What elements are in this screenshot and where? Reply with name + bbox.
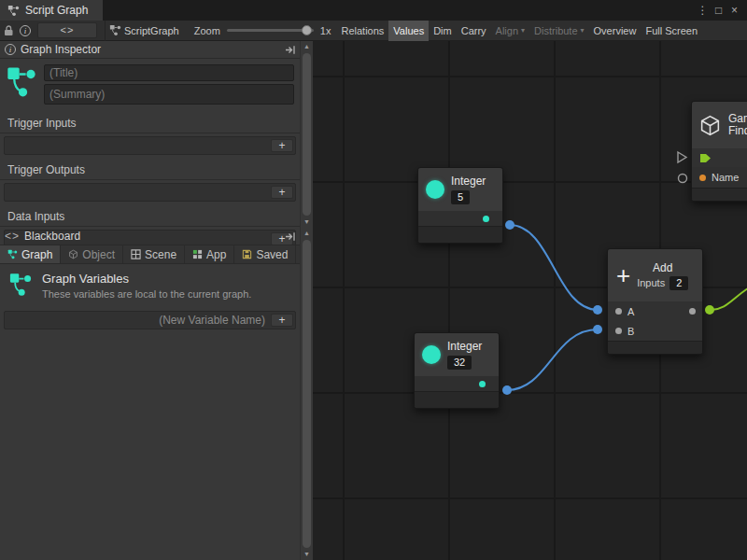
integer-value-field[interactable]: 32	[447, 356, 472, 370]
scroll-up-icon[interactable]: ▲	[301, 228, 313, 239]
fullscreen-button[interactable]: Full Screen	[641, 21, 702, 41]
dock-panel-button[interactable]	[285, 45, 296, 55]
new-variable-input[interactable]	[5, 312, 271, 329]
tab-graph[interactable]: Graph	[0, 245, 61, 263]
graph-variables-icon	[7, 272, 34, 298]
wire-endpoint-integer5-out[interactable]	[505, 220, 514, 230]
dock-panel-button[interactable]	[285, 231, 296, 242]
graph-title-input[interactable]	[44, 64, 294, 81]
node-title-block: Add Inputs 2	[637, 261, 688, 290]
distribute-dropdown[interactable]: Distribute ▾	[529, 21, 588, 41]
graph-icon	[7, 249, 18, 259]
blackboard-scrollbar[interactable]: ▲ ▼	[300, 228, 313, 560]
input-port-a[interactable]	[615, 308, 622, 315]
flow-output-port-icon[interactable]	[699, 153, 712, 163]
script-graph-icon	[109, 24, 121, 36]
integer-value-field[interactable]: 5	[451, 190, 470, 204]
node-footer	[418, 226, 502, 243]
dim-button[interactable]: Dim	[429, 21, 457, 41]
trigger-outputs-label: Trigger Outputs	[0, 160, 300, 180]
wire-endpoint-add-a-in[interactable]	[593, 305, 602, 315]
info-button[interactable]: i	[17, 21, 34, 41]
node-header: Integer 5	[418, 168, 502, 211]
wire-endpoint-add-out[interactable]	[705, 305, 714, 315]
integer-output-port[interactable]	[483, 216, 489, 222]
scrollbar-thumb[interactable]	[303, 53, 311, 216]
app-icon	[192, 249, 203, 259]
node-integer-32[interactable]: Integer 32	[414, 332, 500, 409]
tab-saved[interactable]: Saved	[234, 245, 296, 263]
trigger-outputs-list: +	[4, 183, 296, 202]
zoom-slider[interactable]	[227, 29, 314, 32]
zoom-slider-handle[interactable]	[302, 25, 312, 35]
tab-app-label: App	[206, 248, 226, 261]
port-row-a: A	[608, 301, 702, 321]
node-integer-5[interactable]: Integer 5	[417, 167, 503, 244]
graph-canvas[interactable]: Integer 5 Integer 32	[313, 41, 747, 560]
add-trigger-output-button[interactable]: +	[271, 186, 293, 199]
graph-inspector-title: Graph Inspector	[21, 43, 101, 56]
port-b-label: B	[627, 326, 634, 337]
window-close-icon[interactable]: ×	[726, 4, 742, 17]
toolbar-separator	[105, 21, 106, 41]
scroll-up-icon[interactable]: ▲	[301, 41, 313, 52]
name-input-port[interactable]	[699, 175, 706, 181]
data-inputs-label: Data Inputs	[0, 206, 300, 227]
inputs-count-field[interactable]: 2	[669, 276, 688, 290]
node-gameobject-find[interactable]: GameObject Find Name	[691, 101, 747, 202]
scroll-down-icon[interactable]: ▼	[301, 217, 313, 228]
add-trigger-input-button[interactable]: +	[271, 139, 293, 152]
wire-integer32-to-add-b[interactable]	[507, 329, 598, 390]
tab-scene[interactable]: Scene	[123, 245, 185, 263]
wire-integer5-to-add-a[interactable]	[510, 225, 598, 310]
blackboard-tabs: Graph Object Scene	[0, 245, 300, 264]
node-header: + Add Inputs 2	[608, 249, 702, 301]
node-footer	[415, 391, 499, 408]
info-icon: i	[5, 44, 16, 55]
wire-endpoint-integer32-out[interactable]	[502, 385, 512, 395]
port-a-label: A	[627, 306, 634, 317]
add-node-icon: +	[616, 264, 630, 287]
window-menu-icon[interactable]: ⋮	[695, 4, 711, 17]
tab-app[interactable]: App	[185, 245, 234, 263]
scrollbar-thumb[interactable]	[303, 240, 311, 548]
zoom-value: 1x	[320, 25, 331, 36]
node-add[interactable]: + Add Inputs 2 A B	[607, 248, 703, 355]
inspector-scrollbar[interactable]: ▲ ▼	[300, 41, 313, 228]
unconnected-flow-input-icon[interactable]	[678, 152, 686, 162]
graph-pointer-dropdown[interactable]: <>	[37, 22, 97, 38]
window-maximize-icon[interactable]: □	[711, 4, 726, 17]
carry-button[interactable]: Carry	[457, 21, 491, 41]
graph-summary-input[interactable]	[44, 84, 294, 105]
align-dropdown[interactable]: Align ▾	[491, 21, 529, 41]
output-port-sum[interactable]	[689, 308, 696, 315]
inputs-label: Inputs	[637, 277, 665, 288]
unconnected-value-input-icon[interactable]	[679, 175, 687, 183]
integer-output-port[interactable]	[479, 381, 486, 387]
node-footer	[692, 188, 747, 201]
graph-variables-icon	[6, 64, 37, 100]
tab-graph-label: Graph	[21, 248, 52, 261]
trigger-inputs-label: Trigger Inputs	[0, 113, 300, 133]
relations-button[interactable]: Relations	[336, 21, 388, 41]
overview-button[interactable]: Overview	[589, 21, 641, 41]
add-variable-button[interactable]: +	[271, 314, 293, 327]
wire-add-output[interactable]	[710, 288, 747, 310]
lock-button[interactable]	[0, 21, 17, 41]
node-title: Add	[653, 261, 672, 274]
relations-label: Relations	[341, 25, 384, 36]
align-label: Align	[496, 25, 518, 36]
graph-variables-subtitle: These variables are local to the current…	[42, 288, 251, 300]
values-button[interactable]: Values	[388, 21, 429, 41]
scroll-down-icon[interactable]: ▼	[301, 549, 313, 560]
tab-script-graph[interactable]: Script Graph	[0, 0, 103, 21]
port-name-label: Name	[712, 172, 739, 183]
tab-object[interactable]: Object	[61, 245, 123, 263]
port-row-b: B	[608, 321, 702, 341]
wire-endpoint-add-b-in[interactable]	[593, 325, 602, 334]
blackboard-panel: <> Blackboard	[0, 228, 313, 560]
fullscreen-label: Full Screen	[645, 25, 698, 36]
dock-arrow-icon	[285, 45, 296, 55]
input-port-b[interactable]	[615, 328, 622, 334]
graph-icon	[7, 5, 20, 17]
